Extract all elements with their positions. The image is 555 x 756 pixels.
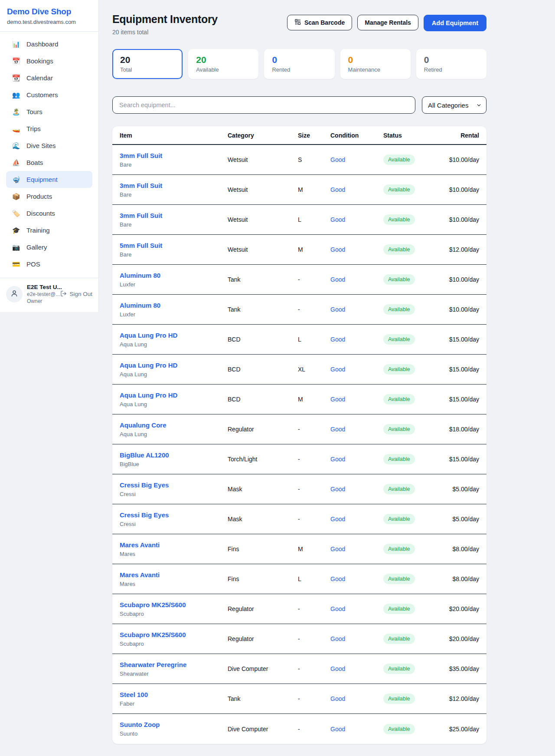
sidebar-item-boats[interactable]: ⛵ Boats <box>6 154 92 171</box>
item-brand: Mares <box>120 551 228 557</box>
item-condition-link[interactable]: Good <box>330 426 345 433</box>
stat-card-rented[interactable]: 0 Rented <box>264 49 334 79</box>
stat-value: 20 <box>120 55 175 65</box>
status-badge: Available <box>383 514 415 524</box>
item-name-link[interactable]: 5mm Full Suit <box>120 242 162 249</box>
item-name-link[interactable]: Cressi Big Eyes <box>120 481 169 489</box>
item-name-link[interactable]: Cressi Big Eyes <box>120 511 169 519</box>
add-equipment-button[interactable]: Add Equipment <box>424 15 486 31</box>
item-condition-link[interactable]: Good <box>330 726 345 733</box>
item-condition-link[interactable]: Good <box>330 605 345 612</box>
item-condition-link[interactable]: Good <box>330 186 345 193</box>
item-condition-link[interactable]: Good <box>330 516 345 523</box>
sidebar-item-pos[interactable]: 💳 POS <box>6 256 92 273</box>
table-row: 3mm Full Suit Bare Wetsuit S Good Availa… <box>112 145 486 175</box>
item-cell: Scubapro MK25/S600 Scubapro <box>120 601 228 617</box>
item-size: - <box>298 665 330 672</box>
sign-out-icon <box>60 290 67 298</box>
sidebar-item-equipment[interactable]: 🤿 Equipment <box>6 171 92 188</box>
search-input[interactable] <box>112 96 415 114</box>
status-badge: Available <box>383 484 415 494</box>
item-condition-link[interactable]: Good <box>330 336 345 343</box>
scan-barcode-label: Scan Barcode <box>304 19 345 26</box>
item-condition-link[interactable]: Good <box>330 216 345 223</box>
sidebar-item-training[interactable]: 🎓 Training <box>6 222 92 239</box>
item-name-link[interactable]: Aluminum 80 <box>120 272 160 279</box>
item-category: Wetsuit <box>228 156 298 163</box>
item-condition-link[interactable]: Good <box>330 456 345 463</box>
sidebar: Demo Dive Shop demo.test.divestreams.com… <box>0 0 99 312</box>
item-cell: Aqua Lung Pro HD Aqua Lung <box>120 332 228 348</box>
item-condition-link[interactable]: Good <box>330 486 345 493</box>
item-name-link[interactable]: 3mm Full Suit <box>120 212 162 219</box>
sidebar-item-calendar[interactable]: 📆 Calendar <box>6 69 92 86</box>
item-size: - <box>298 306 330 313</box>
stat-card-maintenance[interactable]: 0 Maintenance <box>340 49 411 79</box>
table-row: Mares Avanti Mares Fins L Good Available… <box>112 564 486 594</box>
sidebar-item-dashboard[interactable]: 📊 Dashboard <box>6 36 92 53</box>
sidebar-item-dive-sites[interactable]: 🌊 Dive Sites <box>6 137 92 154</box>
item-name-link[interactable]: Scubapro MK25/S600 <box>120 631 186 638</box>
item-name-link[interactable]: Aqua Lung Pro HD <box>120 332 177 339</box>
item-size: - <box>298 486 330 493</box>
item-rental: $8.00/day <box>444 546 479 552</box>
item-condition-link[interactable]: Good <box>330 695 345 702</box>
item-condition-link[interactable]: Good <box>330 635 345 642</box>
item-cell: Steel 100 Faber <box>120 691 228 707</box>
sidebar-item-trips[interactable]: 🚤 Trips <box>6 120 92 137</box>
item-condition-link[interactable]: Good <box>330 575 345 582</box>
sidebar-item-products[interactable]: 📦 Products <box>6 188 92 205</box>
nav-item-label: Products <box>26 193 52 200</box>
item-condition-link[interactable]: Good <box>330 246 345 253</box>
item-rental: $12.00/day <box>444 695 479 702</box>
item-name-link[interactable]: Aqua Lung Pro HD <box>120 362 177 369</box>
table-row: Mares Avanti Mares Fins M Good Available… <box>112 534 486 564</box>
item-condition-link[interactable]: Good <box>330 366 345 373</box>
category-select[interactable]: All Categories <box>422 97 486 113</box>
brand-title[interactable]: Demo Dive Shop <box>7 7 91 16</box>
stat-value: 0 <box>348 55 403 65</box>
item-name-link[interactable]: Suunto Zoop <box>120 721 160 728</box>
item-condition-link[interactable]: Good <box>330 396 345 403</box>
sidebar-item-bookings[interactable]: 📅 Bookings <box>6 53 92 69</box>
stat-card-available[interactable]: 20 Available <box>188 49 258 79</box>
item-condition-link[interactable]: Good <box>330 306 345 313</box>
item-brand: Scubapro <box>120 611 228 617</box>
item-category: Dive Computer <box>228 726 298 733</box>
sign-out-button[interactable]: Sign Out <box>60 290 92 298</box>
item-condition-link[interactable]: Good <box>330 276 345 283</box>
item-name-link[interactable]: Mares Avanti <box>120 571 160 579</box>
nav-item-label: Discounts <box>26 210 55 217</box>
item-name-link[interactable]: 3mm Full Suit <box>120 152 162 159</box>
stat-card-retired[interactable]: 0 Retired <box>416 49 486 79</box>
item-condition-link[interactable]: Good <box>330 665 345 672</box>
item-cell: Cressi Big Eyes Cressi <box>120 511 228 527</box>
manage-rentals-button[interactable]: Manage Rentals <box>357 15 418 30</box>
item-name-link[interactable]: Scubapro MK25/S600 <box>120 601 186 608</box>
item-name-link[interactable]: Mares Avanti <box>120 541 160 549</box>
sidebar-item-discounts[interactable]: 🏷️ Discounts <box>6 205 92 222</box>
item-name-link[interactable]: Steel 100 <box>120 691 148 698</box>
item-size: XL <box>298 366 330 373</box>
item-category: Regulator <box>228 635 298 642</box>
status-badge: Available <box>383 574 415 584</box>
sidebar-item-tours[interactable]: 🏝️ Tours <box>6 103 92 120</box>
item-rental: $10.00/day <box>444 276 479 283</box>
item-rental: $15.00/day <box>444 396 479 403</box>
item-name-link[interactable]: Aluminum 80 <box>120 302 160 309</box>
item-name-link[interactable]: Shearwater Peregrine <box>120 661 186 668</box>
item-name-link[interactable]: Aqua Lung Pro HD <box>120 391 177 399</box>
item-size: M <box>298 246 330 253</box>
nav-item-label: Boats <box>26 159 43 166</box>
add-equipment-label: Add Equipment <box>432 20 478 26</box>
sidebar-item-customers[interactable]: 👥 Customers <box>6 86 92 103</box>
sidebar-item-gallery[interactable]: 📷 Gallery <box>6 239 92 256</box>
item-name-link[interactable]: 3mm Full Suit <box>120 182 162 189</box>
item-name-link[interactable]: BigBlue AL1200 <box>120 451 169 459</box>
scan-barcode-button[interactable]: Scan Barcode <box>287 15 352 30</box>
item-name-link[interactable]: Aqualung Core <box>120 421 166 429</box>
item-condition-link[interactable]: Good <box>330 156 345 163</box>
item-condition-link[interactable]: Good <box>330 546 345 552</box>
item-cell: Mares Avanti Mares <box>120 571 228 587</box>
stat-card-total[interactable]: 20 Total <box>112 49 183 79</box>
